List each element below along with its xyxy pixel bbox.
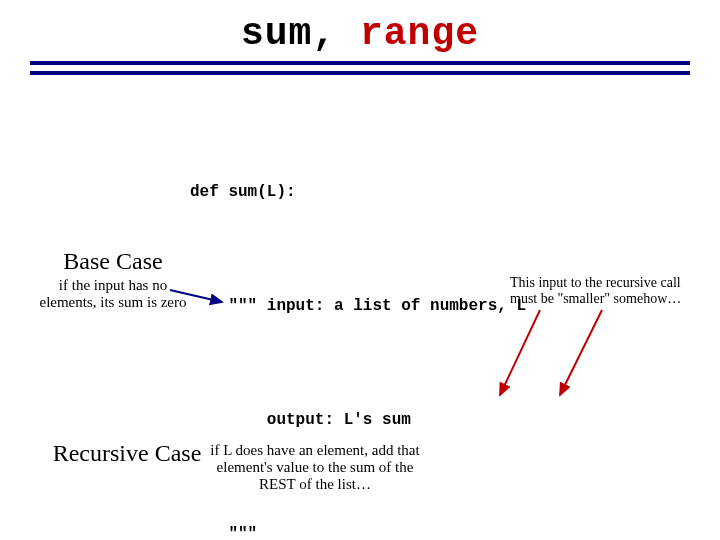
base-case-sub: if the input has no elements, its sum is… — [38, 277, 188, 311]
base-case-heading: Base Case — [38, 248, 188, 275]
code-line-docend: """ — [190, 523, 526, 540]
recursive-case-sub: if L does have an element, add that elem… — [200, 442, 430, 493]
arrow-smaller-2 — [560, 310, 602, 395]
slide-title: sum, range — [0, 12, 720, 55]
code-line-def: def sum(L): — [190, 181, 526, 203]
title-underline — [30, 61, 690, 75]
title-word-sum: sum, — [241, 12, 336, 55]
code-line-docin: """ input: a list of numbers, L — [190, 295, 526, 317]
code-line-docout: output: L's sum — [190, 409, 526, 431]
recursive-case-label: Recursive Case — [52, 440, 202, 466]
title-word-range: range — [360, 12, 479, 55]
base-case-label: Base Case if the input has no elements, … — [38, 248, 188, 311]
smaller-note: This input to the recursive call must be… — [510, 275, 710, 307]
recursive-case-heading: Recursive Case — [52, 440, 202, 466]
